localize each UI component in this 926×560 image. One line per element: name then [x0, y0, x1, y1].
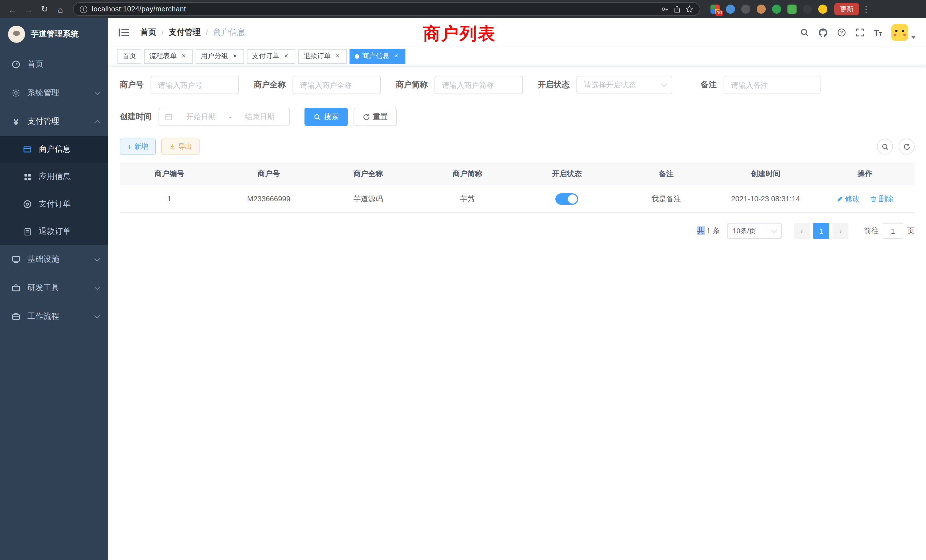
create-time-label: 创建时间 [120, 112, 152, 122]
tab-refund-order[interactable]: 退款订单 × [298, 49, 346, 64]
close-icon[interactable]: × [231, 52, 239, 60]
breadcrumb-payment[interactable]: 支付管理 [169, 27, 201, 38]
create-time-range-picker[interactable]: 开始日期 - 结束日期 [159, 108, 290, 126]
application-window: ← → ↻ ⌂ i localhost:1024/pay/merchant 10 [0, 0, 926, 560]
chevron-up-icon [94, 120, 100, 126]
forward-button[interactable]: → [22, 2, 35, 16]
prev-page-button[interactable]: ‹ [794, 223, 809, 239]
help-icon[interactable]: ? [837, 28, 846, 37]
extension-icon[interactable] [772, 5, 781, 14]
current-page-button[interactable]: 1 [813, 223, 829, 239]
status-select[interactable]: 请选择开启状态 [576, 76, 672, 94]
tab-home[interactable]: 首页 [118, 49, 141, 64]
github-icon[interactable] [819, 28, 828, 37]
add-button[interactable]: + 新增 [120, 139, 155, 154]
breadcrumb: 首页 / 支付管理 / 商户信息 [140, 27, 245, 38]
next-page-button[interactable]: › [832, 223, 849, 239]
sidebar-item-workflow[interactable]: 工作流程 [0, 302, 108, 331]
app-logo[interactable]: 芋道管理系统 [0, 18, 108, 50]
home-button[interactable]: ⌂ [54, 2, 67, 16]
tab-pay-order[interactable]: 支付订单 × [247, 49, 295, 64]
app-title: 芋道管理系统 [31, 29, 79, 39]
extension-icon[interactable] [757, 5, 766, 14]
sidebar-item-app-info[interactable]: 应用信息 [0, 163, 108, 191]
refresh-button[interactable] [899, 139, 915, 154]
sidebar-item-pay-order[interactable]: 支付订单 [0, 191, 108, 218]
extension-icon[interactable] [741, 5, 750, 14]
browser-menu-icon[interactable]: ⋮ [862, 4, 871, 14]
tab-process-form[interactable]: 流程表单 × [144, 49, 193, 64]
sidebar-toggle-icon[interactable] [117, 26, 131, 39]
sidebar-item-home[interactable]: 首页 [0, 50, 108, 79]
status-label: 开启状态 [538, 80, 570, 90]
filter-create-time: 创建时间 开始日期 - 结束日期 [120, 108, 290, 126]
goto-page-input[interactable] [883, 223, 903, 239]
monitor-icon [10, 255, 22, 264]
reset-button[interactable]: 重置 [354, 108, 397, 126]
reload-button[interactable]: ↻ [38, 2, 51, 16]
delete-link[interactable]: 删除 [870, 194, 894, 204]
font-size-icon[interactable]: TT [874, 28, 882, 37]
export-button[interactable]: 导出 [161, 139, 199, 154]
extension-icon[interactable]: 10 [710, 5, 720, 14]
tab-active-dot [355, 54, 359, 59]
merchant-name-input[interactable] [292, 76, 381, 94]
cell-merchant-no: M233666999 [219, 194, 319, 203]
status-toggle[interactable] [555, 193, 578, 204]
search-button[interactable]: 搜索 [304, 108, 348, 126]
site-info-icon[interactable]: i [80, 5, 87, 13]
extension-icon[interactable] [803, 5, 812, 14]
tags-bar: 首页 流程表单 × 用户分组 × 支付订单 × 退款订单 × 商户信息 × [108, 47, 926, 66]
breadcrumb-home[interactable]: 首页 [140, 27, 156, 38]
plus-icon: + [127, 143, 132, 150]
fullscreen-icon[interactable] [856, 28, 865, 37]
toggle-search-button[interactable] [877, 139, 893, 154]
chevron-down-icon [661, 81, 667, 87]
column-header: 商户全称 [318, 168, 418, 179]
merchant-id-input[interactable] [151, 76, 239, 94]
caret-down-icon [911, 36, 916, 39]
download-icon [168, 143, 176, 150]
goto-page: 前往 页 [864, 223, 915, 239]
sidebar-item-dev-tools[interactable]: 研发工具 [0, 274, 108, 302]
sidebar-item-merchant-info[interactable]: 商户信息 [0, 136, 108, 163]
close-icon[interactable]: × [282, 52, 290, 60]
password-key-icon[interactable] [661, 5, 669, 13]
profile-avatar-icon[interactable] [818, 5, 828, 14]
pagination: 共 1 条 10条/页 ‹ 1 › 前往 页 [120, 223, 915, 239]
user-menu[interactable] [891, 24, 916, 41]
document-icon [22, 227, 33, 236]
sidebar-item-system[interactable]: 系统管理 [0, 79, 108, 107]
order-circle-icon [22, 200, 33, 209]
table-header: 商户编号 商户号 商户全称 商户简称 开启状态 备注 创建时间 操作 [120, 162, 915, 185]
filter-row-1: 商户号 商户全称 商户简称 开启状态 请选择开启状态 [120, 76, 915, 94]
merchant-short-name-input[interactable] [434, 76, 523, 94]
tab-merchant-info[interactable]: 商户信息 × [350, 49, 406, 64]
tab-user-group[interactable]: 用户分组 × [195, 49, 244, 64]
search-icon[interactable] [800, 28, 809, 37]
toolbar-right [877, 139, 915, 154]
pencil-icon [837, 195, 843, 202]
close-icon[interactable]: × [334, 52, 342, 60]
pagination-total: 共 1 条 [697, 226, 720, 236]
extension-icon[interactable] [787, 5, 797, 14]
extension-badge: 10 [716, 10, 723, 16]
bookmark-star-icon[interactable] [685, 5, 693, 13]
sidebar: 芋道管理系统 首页 系统管理 ¥ 支付管理 商户信息 [0, 18, 108, 560]
url-bar[interactable]: i localhost:1024/pay/merchant [73, 2, 700, 16]
sidebar-item-payment[interactable]: ¥ 支付管理 [0, 107, 108, 136]
update-button[interactable]: 更新 [834, 3, 859, 15]
close-icon[interactable]: × [392, 52, 400, 60]
column-header: 备注 [617, 168, 716, 179]
share-icon[interactable] [673, 5, 681, 13]
close-icon[interactable]: × [180, 52, 188, 60]
page-size-select[interactable]: 10条/页 [727, 223, 782, 239]
edit-link[interactable]: 修改 [837, 194, 860, 204]
sidebar-item-refund-order[interactable]: 退款订单 [0, 218, 108, 245]
back-button[interactable]: ← [6, 2, 20, 16]
sidebar-item-infrastructure[interactable]: 基础设施 [0, 245, 108, 274]
extension-icon[interactable] [726, 5, 735, 14]
url-text: localhost:1024/pay/merchant [92, 5, 656, 13]
remark-input[interactable] [723, 76, 820, 94]
toolbox-icon [10, 283, 22, 292]
